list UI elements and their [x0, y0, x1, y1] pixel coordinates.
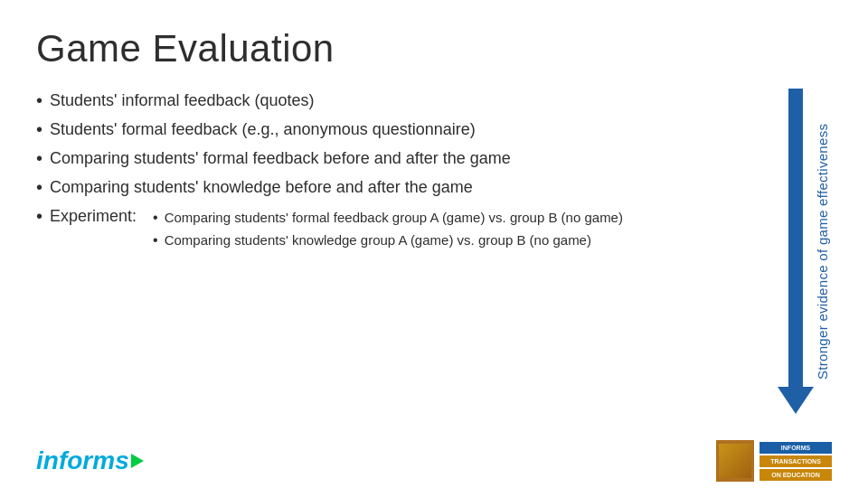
slide: Game Evaluation Students' informal feedb…: [0, 0, 868, 488]
thumbnail-image: [716, 440, 754, 482]
svg-rect-1: [788, 89, 803, 387]
slide-title: Game Evaluation: [36, 27, 832, 70]
bullet-text: Students' informal feedback (quotes): [50, 89, 315, 112]
stacked-logo-bot: ON EDUCATION: [760, 469, 832, 481]
bottom-bar: informs INFORMS TRANSACTIONS ON EDUCATIO…: [0, 434, 868, 488]
arrow-label: Stronger evidence of game effectiveness: [815, 89, 830, 414]
informs-logo: informs: [36, 446, 144, 475]
arrow-column: Stronger evidence of game effectiveness: [769, 89, 832, 414]
informs-logo-text: informs: [36, 446, 129, 475]
arrow-svg: [778, 89, 814, 414]
stacked-logo-top: INFORMS: [760, 442, 832, 454]
list-item: Students' formal feedback (e.g., anonymo…: [36, 117, 750, 141]
logo-letter-s: s: [115, 446, 129, 474]
logo-letter-i: i: [36, 446, 43, 474]
bullet-list: Students' informal feedback (quotes) Stu…: [36, 89, 769, 258]
logo-letter-o: o: [67, 446, 82, 474]
logo-arrow-right: [131, 454, 144, 468]
sub-list-item: Comparing students' knowledge group A (g…: [153, 230, 623, 250]
stacked-logo-mid: TRANSACTIONS: [760, 455, 832, 467]
bullet-text: Students' formal feedback (e.g., anonymo…: [50, 117, 476, 141]
list-item: Students' informal feedback (quotes): [36, 89, 750, 112]
list-item: Experiment: Comparing students' formal f…: [36, 204, 750, 253]
logo-letter-n: n: [43, 446, 59, 474]
bottom-right-logos: INFORMS TRANSACTIONS ON EDUCATION: [716, 440, 832, 482]
sub-list-item: Comparing students' formal feedback grou…: [153, 208, 623, 228]
logo-letter-f: f: [59, 446, 67, 474]
svg-marker-2: [778, 387, 814, 414]
stacked-logo: INFORMS TRANSACTIONS ON EDUCATION: [760, 442, 832, 481]
bullet-text: Experiment:: [50, 204, 137, 228]
sub-bullet-text: Comparing students' formal feedback grou…: [165, 208, 623, 228]
list-item: Comparing students' knowledge before and…: [36, 175, 750, 199]
content-area: Students' informal feedback (quotes) Stu…: [36, 89, 832, 414]
bullet-text: Comparing students' formal feedback befo…: [50, 146, 511, 170]
logo-letter-r: r: [82, 446, 92, 474]
sub-bullet-text: Comparing students' knowledge group A (g…: [165, 230, 591, 250]
bullet-text: Comparing students' knowledge before and…: [50, 175, 473, 199]
logo-letter-m: m: [92, 446, 115, 474]
sub-list: Comparing students' formal feedback grou…: [153, 208, 623, 253]
list-item: Comparing students' formal feedback befo…: [36, 146, 750, 170]
